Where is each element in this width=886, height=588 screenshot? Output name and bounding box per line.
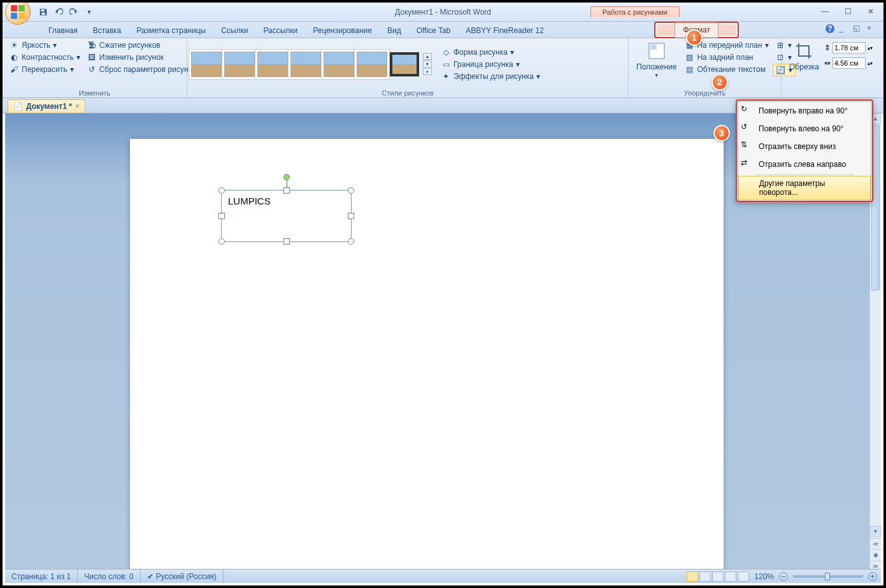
- width-input[interactable]: [832, 57, 866, 69]
- resize-handle-sw[interactable]: [218, 238, 225, 245]
- tab-review[interactable]: Рецензирование: [305, 24, 380, 38]
- tab-abbyy[interactable]: ABBYY FineReader 12: [458, 24, 552, 38]
- mdi-close-icon[interactable]: ×: [867, 24, 877, 34]
- tab-page-layout[interactable]: Разметка страницы: [129, 24, 213, 38]
- reset-picture-button[interactable]: ↺Сброс параметров рисунка: [84, 64, 199, 75]
- group-size-label: [785, 89, 880, 97]
- document-page[interactable]: LUMPICS: [130, 139, 724, 571]
- callout-3: 3: [713, 125, 730, 141]
- web-layout-view-icon[interactable]: [712, 571, 724, 582]
- group-picture-styles: ▲ ▼ ▾ ◇Форма рисунка ▾ ▭Граница рисунка …: [187, 38, 629, 97]
- mdi-restore-icon[interactable]: ◱: [853, 24, 863, 34]
- resize-handle-se[interactable]: [348, 238, 354, 245]
- print-layout-view-icon[interactable]: [687, 571, 698, 582]
- height-field[interactable]: ⇕▴▾: [824, 42, 873, 54]
- close-button[interactable]: ✕: [862, 5, 880, 18]
- picture-styles-gallery[interactable]: ▲ ▼ ▾: [191, 52, 432, 77]
- style-thumb[interactable]: [257, 52, 288, 77]
- rotate-handle[interactable]: [283, 174, 290, 180]
- send-back-button[interactable]: ▧На задний план: [682, 52, 771, 63]
- rotate-right-90-item[interactable]: ↻Повернуть вправо на 90°: [738, 102, 871, 120]
- position-button[interactable]: Положение▼: [632, 39, 680, 80]
- window-title: Документ1 - Microsoft Word: [395, 8, 491, 17]
- tab-office-tab[interactable]: Office Tab: [409, 24, 459, 38]
- gallery-more-icon[interactable]: ▾: [423, 68, 432, 75]
- zoom-level[interactable]: 120%: [754, 572, 774, 581]
- ribbon: ☀Яркость ▾ ◐Контрастность ▾ 🖌Перекрасить…: [3, 38, 883, 98]
- resize-handle-e[interactable]: [348, 213, 354, 219]
- browse-object-icon[interactable]: ◉: [870, 549, 881, 560]
- gallery-down-icon[interactable]: ▼: [423, 61, 432, 68]
- status-word-count[interactable]: Число слов: 0: [78, 570, 140, 583]
- resize-handle-s[interactable]: [283, 238, 290, 245]
- group-styles-label: Стили рисунков: [191, 89, 624, 97]
- resize-handle-n[interactable]: [283, 187, 290, 194]
- svg-text:?: ?: [827, 24, 832, 33]
- compress-button[interactable]: 🗜Сжатие рисунков: [84, 39, 199, 51]
- change-picture-button[interactable]: 🖼Изменить рисунок: [84, 52, 199, 63]
- outline-view-icon[interactable]: [725, 571, 736, 582]
- contrast-button[interactable]: ◐Контрастность ▾: [6, 52, 83, 63]
- width-field[interactable]: ⇔▴▾: [824, 57, 873, 69]
- reset-icon: ↺: [87, 64, 97, 75]
- zoom-slider-thumb[interactable]: [825, 573, 830, 580]
- office-button[interactable]: [5, 0, 31, 25]
- style-thumb[interactable]: [290, 52, 321, 77]
- picture-shape-button[interactable]: ◇Форма рисунка ▾: [438, 47, 543, 58]
- picture-border-button[interactable]: ▭Граница рисунка ▾: [438, 59, 543, 70]
- status-page[interactable]: Страница: 1 из 1: [5, 570, 78, 583]
- zoom-in-icon[interactable]: +: [868, 572, 877, 581]
- flip-vertical-item[interactable]: ⇅Отразить сверху вниз: [738, 138, 871, 155]
- qat-customize-icon[interactable]: ▼: [83, 6, 96, 18]
- svg-rect-5: [41, 12, 45, 15]
- prev-page-icon[interactable]: ≪: [870, 538, 881, 549]
- tab-references[interactable]: Ссылки: [213, 24, 255, 38]
- resize-handle-w[interactable]: [218, 213, 225, 219]
- zoom-out-icon[interactable]: −: [779, 572, 788, 581]
- help-icon[interactable]: ?: [825, 24, 835, 34]
- height-input[interactable]: [832, 42, 866, 54]
- rotate-left-icon: ↺: [741, 122, 754, 135]
- crop-icon: [794, 41, 814, 61]
- save-icon[interactable]: [37, 6, 50, 18]
- rotate-left-90-item[interactable]: ↺Повернуть влево на 90°: [738, 120, 871, 138]
- minimize-button[interactable]: —: [816, 5, 834, 18]
- document-tab[interactable]: 📄 Документ1 * ×: [8, 99, 85, 113]
- selected-textbox[interactable]: LUMPICS: [221, 190, 352, 242]
- flip-vertical-icon: ⇅: [741, 140, 754, 153]
- style-thumb[interactable]: [324, 52, 354, 77]
- style-thumb[interactable]: [224, 52, 255, 77]
- more-rotation-options-item[interactable]: Другие параметры поворота...: [738, 176, 871, 200]
- style-thumb[interactable]: [390, 52, 419, 76]
- resize-handle-ne[interactable]: [348, 187, 354, 194]
- text-wrap-button[interactable]: ▤Обтекание текстом: [682, 64, 771, 75]
- tab-home[interactable]: Главная: [41, 24, 85, 38]
- flip-horizontal-item[interactable]: ⇄Отразить слева направо: [738, 155, 871, 173]
- shape-icon: ◇: [441, 47, 451, 57]
- redo-icon[interactable]: [68, 6, 80, 18]
- close-tab-icon[interactable]: ×: [75, 102, 80, 111]
- maximize-button[interactable]: ☐: [839, 5, 857, 18]
- svg-rect-1: [18, 5, 25, 11]
- tab-insert[interactable]: Вставка: [85, 24, 129, 38]
- scroll-down-icon[interactable]: ▼: [870, 526, 881, 537]
- resize-handle-nw[interactable]: [218, 187, 225, 194]
- undo-icon[interactable]: [52, 6, 65, 18]
- full-screen-view-icon[interactable]: [699, 571, 711, 582]
- gallery-up-icon[interactable]: ▲: [423, 53, 432, 60]
- recolor-button[interactable]: 🖌Перекрасить ▾: [6, 64, 83, 75]
- zoom-slider[interactable]: [793, 575, 863, 578]
- crop-button[interactable]: Обрезка: [785, 39, 823, 73]
- brightness-button[interactable]: ☀Яркость ▾: [6, 39, 83, 51]
- contextual-tab-label: Работа с рисунками: [590, 6, 680, 17]
- tab-mailings[interactable]: Рассылки: [255, 24, 305, 38]
- style-thumb[interactable]: [191, 52, 222, 77]
- mdi-minimize-icon[interactable]: _: [839, 24, 849, 34]
- style-thumb[interactable]: [357, 52, 387, 77]
- draft-view-icon[interactable]: [738, 571, 749, 582]
- status-language[interactable]: ✔Русский (Россия): [141, 570, 224, 583]
- picture-effects-button[interactable]: ✦Эффекты для рисунка ▾: [438, 71, 543, 82]
- callout-1: 1: [686, 29, 703, 46]
- change-picture-icon: 🖼: [87, 52, 97, 62]
- tab-view[interactable]: Вид: [380, 24, 409, 38]
